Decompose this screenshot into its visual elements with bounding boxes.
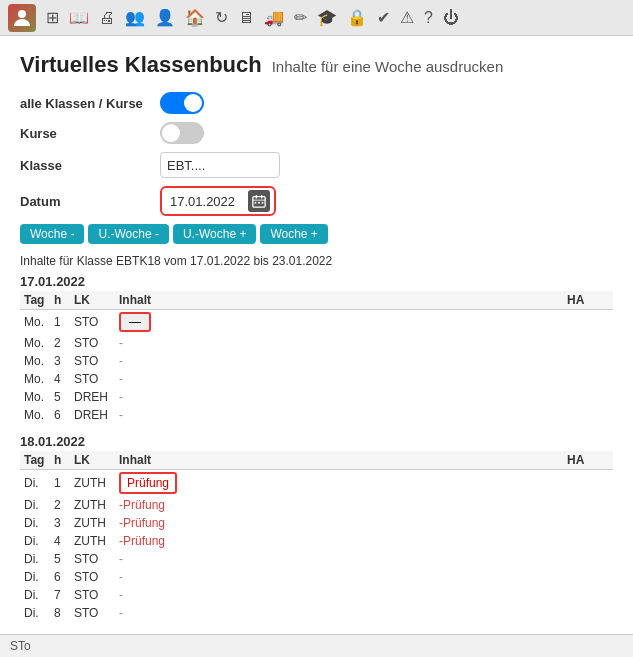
- cell-h: 6: [50, 568, 70, 586]
- cell-tag: Di.: [20, 532, 50, 550]
- graduation-icon[interactable]: 🎓: [317, 8, 337, 27]
- svg-rect-6: [258, 202, 260, 204]
- cell-lk: STO: [70, 352, 115, 370]
- table-section-1: Tag h LK Inhalt HA Mo. 1 STO — Mo. 2 STO: [20, 291, 613, 424]
- pruefung-bordered-link[interactable]: Prüfung: [119, 472, 177, 494]
- datum-label: Datum: [20, 194, 150, 209]
- power-icon[interactable]: ⏻: [443, 9, 459, 27]
- status-text: STo: [10, 639, 31, 653]
- cell-tag: Mo.: [20, 310, 50, 335]
- pruefung-link[interactable]: -Prüfung: [119, 498, 165, 512]
- table-row: Di. 8 STO -: [20, 604, 613, 622]
- cell-lk: ZUTH: [70, 496, 115, 514]
- cell-tag: Di.: [20, 586, 50, 604]
- cell-tag: Mo.: [20, 370, 50, 388]
- cell-lk: DREH: [70, 388, 115, 406]
- table-row: Di. 2 ZUTH -Prüfung: [20, 496, 613, 514]
- cell-lk: STO: [70, 334, 115, 352]
- col-header-lk-1: LK: [70, 291, 115, 310]
- cell-inhalt: —: [115, 310, 563, 335]
- u-woche-minus-button[interactable]: U.-Woche -: [88, 224, 168, 244]
- col-header-h-2: h: [50, 451, 70, 470]
- u-woche-plus-button[interactable]: U.-Woche +: [173, 224, 256, 244]
- cell-lk: STO: [70, 370, 115, 388]
- klasse-input[interactable]: [160, 152, 280, 178]
- cell-tag: Mo.: [20, 334, 50, 352]
- cell-h: 1: [50, 310, 70, 335]
- lock-icon[interactable]: 🔒: [347, 8, 367, 27]
- cell-h: 4: [50, 532, 70, 550]
- klasse-row: Klasse: [20, 152, 613, 178]
- cell-ha: [563, 370, 613, 388]
- grid-icon[interactable]: ⊞: [46, 8, 59, 27]
- toolbar: ⊞ 📖 🖨 👥 👤 🏠 ↻ 🖥 🚚 ✏ 🎓 🔒 ✔ ⚠ ? ⏻: [0, 0, 633, 36]
- cell-lk: STO: [70, 550, 115, 568]
- cell-lk: STO: [70, 604, 115, 622]
- cell-ha: [563, 334, 613, 352]
- alle-klassen-label: alle Klassen / Kurse: [20, 96, 150, 111]
- check-icon[interactable]: ✔: [377, 8, 390, 27]
- cell-inhalt: -: [115, 586, 563, 604]
- col-header-lk-2: LK: [70, 451, 115, 470]
- cell-tag: Di.: [20, 604, 50, 622]
- book-icon[interactable]: 📖: [69, 8, 89, 27]
- cell-inhalt: -Prüfung: [115, 532, 563, 550]
- cell-h: 8: [50, 604, 70, 622]
- klasse-label: Klasse: [20, 158, 150, 173]
- col-header-tag-1: Tag: [20, 291, 50, 310]
- table-row: Mo. 4 STO -: [20, 370, 613, 388]
- kurse-label: Kurse: [20, 126, 150, 141]
- cell-ha: [563, 310, 613, 335]
- info-text: Inhalte für Klasse EBTK18 vom 17.01.2022…: [20, 254, 613, 268]
- cell-tag: Di.: [20, 496, 50, 514]
- col-header-inhalt-2: Inhalt: [115, 451, 563, 470]
- sto-content-button[interactable]: —: [119, 312, 151, 332]
- table-row: Mo. 2 STO -: [20, 334, 613, 352]
- cell-ha: [563, 496, 613, 514]
- user-avatar[interactable]: [8, 4, 36, 32]
- section-date-2: 18.01.2022: [20, 434, 613, 449]
- kurse-toggle[interactable]: [160, 122, 204, 144]
- calendar-icon[interactable]: [248, 190, 270, 212]
- cell-inhalt: -: [115, 406, 563, 424]
- monitor-icon[interactable]: 🖥: [238, 9, 254, 27]
- cell-tag: Mo.: [20, 352, 50, 370]
- cell-inhalt: Prüfung: [115, 470, 563, 497]
- woche-plus-button[interactable]: Woche +: [260, 224, 327, 244]
- user-icon[interactable]: 👤: [155, 8, 175, 27]
- alle-klassen-row: alle Klassen / Kurse: [20, 92, 613, 114]
- date-input-wrapper: [160, 186, 276, 216]
- cell-inhalt: -: [115, 334, 563, 352]
- pruefung-link[interactable]: -Prüfung: [119, 534, 165, 548]
- alle-klassen-toggle[interactable]: [160, 92, 204, 114]
- cell-h: 5: [50, 388, 70, 406]
- truck-icon[interactable]: 🚚: [264, 8, 284, 27]
- cell-ha: [563, 514, 613, 532]
- cell-inhalt: -: [115, 352, 563, 370]
- users-icon[interactable]: 👥: [125, 8, 145, 27]
- date-input[interactable]: [166, 192, 246, 211]
- print-icon[interactable]: 🖨: [99, 9, 115, 27]
- home-icon[interactable]: 🏠: [185, 8, 205, 27]
- section-date-1: 17.01.2022: [20, 274, 613, 289]
- table-row: Di. 3 ZUTH -Prüfung: [20, 514, 613, 532]
- table-row: Di. 5 STO -: [20, 550, 613, 568]
- cell-h: 3: [50, 352, 70, 370]
- cell-tag: Mo.: [20, 388, 50, 406]
- table-row: Di. 6 STO -: [20, 568, 613, 586]
- svg-rect-5: [255, 202, 257, 204]
- col-header-h-1: h: [50, 291, 70, 310]
- col-header-tag-2: Tag: [20, 451, 50, 470]
- table-row: Mo. 5 DREH -: [20, 388, 613, 406]
- warning-icon[interactable]: ⚠: [400, 8, 414, 27]
- edit-icon[interactable]: ✏: [294, 8, 307, 27]
- cell-ha: [563, 586, 613, 604]
- pruefung-link[interactable]: -Prüfung: [119, 516, 165, 530]
- cell-lk: STO: [70, 310, 115, 335]
- cell-h: 6: [50, 406, 70, 424]
- woche-minus-button[interactable]: Woche -: [20, 224, 84, 244]
- table-row: Di. 1 ZUTH Prüfung: [20, 470, 613, 497]
- question-icon[interactable]: ?: [424, 9, 433, 27]
- refresh-icon[interactable]: ↻: [215, 8, 228, 27]
- svg-point-0: [18, 10, 26, 18]
